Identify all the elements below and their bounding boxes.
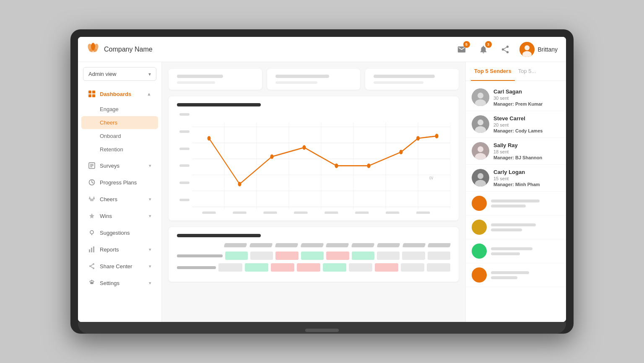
stat-card-1 (169, 69, 262, 90)
svg-rect-56 (355, 212, 369, 214)
header: Company Name 5 3 (78, 37, 566, 62)
svg-point-49 (416, 136, 420, 141)
blurred-sender-4 (466, 263, 566, 287)
svg-point-44 (270, 154, 273, 159)
mail-button[interactable]: 5 (454, 42, 469, 57)
blurred-avatar-3 (472, 244, 487, 259)
svg-point-43 (238, 182, 241, 187)
logo-icon (86, 41, 100, 57)
bell-badge: 3 (485, 41, 492, 48)
dashboards-icon (88, 90, 96, 98)
stat-cards-row (169, 69, 459, 90)
sidebar-item-settings[interactable]: Settings ▾ (81, 275, 158, 291)
svg-point-22 (93, 263, 94, 265)
sender-info-2: Steve Carrel 20 sent Manager: Cody Lames (493, 115, 560, 133)
surveys-chevron: ▾ (149, 163, 151, 169)
logo-area: Company Name (86, 41, 162, 57)
dropdown-arrow-icon: ▾ (148, 71, 151, 77)
sender-avatar-4 (472, 169, 489, 187)
main-layout: Admin view ▾ Dashboards ▲ Engage (78, 62, 566, 322)
svg-point-45 (302, 145, 306, 150)
share-center-icon (88, 262, 96, 270)
svg-rect-51 (202, 212, 216, 214)
sidebar-subitem-engage[interactable]: Engage (81, 103, 158, 116)
line-chart-svg: ov (177, 113, 450, 214)
settings-icon (88, 279, 96, 287)
user-menu[interactable]: Brittany (519, 42, 558, 57)
svg-point-48 (399, 150, 402, 154)
chart-title (177, 103, 261, 106)
tab-top5-senders[interactable]: Top 5 Senders (471, 62, 515, 81)
sidebar-item-cheers[interactable]: Cheers ▾ (81, 191, 158, 207)
blurred-avatar-4 (472, 267, 487, 283)
svg-rect-57 (386, 212, 399, 214)
sidebar-item-share-center[interactable]: Share Center ▾ (81, 258, 158, 274)
svg-rect-53 (263, 212, 277, 214)
blurred-lines-3 (491, 247, 560, 255)
sidebar-subitem-retention[interactable]: Retention (81, 143, 158, 156)
reports-chevron: ▾ (149, 247, 151, 252)
sidebar-item-reports[interactable]: Reports ▾ (81, 241, 158, 257)
sidebar-item-wins[interactable]: Wins ▾ (81, 208, 158, 224)
sender-name-3: Sally Ray (493, 142, 560, 148)
svg-point-61 (478, 93, 483, 99)
svg-point-17 (90, 231, 93, 234)
surveys-icon (88, 162, 96, 169)
svg-point-24 (93, 267, 94, 269)
table-title (177, 234, 261, 237)
sender-manager-1: Manager: Prem Kumar (493, 101, 560, 106)
user-name: Brittany (538, 46, 558, 53)
sender-item-3: Sally Ray 18 sent Manager: BJ Shannon (466, 138, 566, 165)
svg-point-64 (478, 119, 483, 125)
svg-rect-9 (88, 94, 91, 97)
sender-avatar-3 (472, 142, 489, 160)
sidebar: Admin view ▾ Dashboards ▲ Engage (78, 62, 162, 322)
cheers-icon (88, 195, 96, 203)
cheers-chevron: ▾ (149, 197, 151, 202)
wins-icon (88, 212, 96, 220)
sender-list: Carl Sagan 30 sent Manager: Prem Kumar (466, 81, 566, 290)
svg-rect-16 (90, 199, 93, 201)
svg-point-47 (367, 163, 370, 168)
svg-rect-54 (294, 212, 307, 214)
sender-item-2: Steve Carrel 20 sent Manager: Cody Lames (466, 111, 566, 138)
sender-manager-3: Manager: BJ Shannon (493, 155, 560, 160)
sender-info-1: Carl Sagan 30 sent Manager: Prem Kumar (493, 88, 560, 106)
table-row (177, 252, 450, 260)
line-chart-card: ov (169, 96, 459, 220)
tab-top5-other[interactable]: Top 5... (515, 62, 540, 81)
svg-rect-20 (91, 248, 92, 252)
notification-button[interactable] (498, 42, 513, 57)
svg-line-25 (91, 264, 93, 266)
sender-name-4: Carly Logan (493, 169, 560, 175)
sidebar-subitem-onboard[interactable]: Onboard (81, 130, 158, 143)
sidebar-item-progress-plans[interactable]: Progress Plans (81, 174, 158, 190)
sidebar-item-suggestions[interactable]: Suggestions (81, 225, 158, 241)
svg-rect-10 (92, 94, 95, 97)
blurred-sender-1 (466, 192, 566, 215)
bell-button[interactable]: 3 (476, 42, 491, 57)
company-name: Company Name (104, 46, 153, 53)
admin-view-dropdown[interactable]: Admin view ▾ (83, 67, 156, 81)
sender-avatar-2 (472, 115, 489, 133)
share-center-chevron: ▾ (149, 264, 151, 269)
svg-text:ov: ov (429, 175, 434, 181)
sidebar-item-dashboards[interactable]: Dashboards ▲ (81, 86, 158, 102)
svg-point-5 (525, 45, 530, 50)
svg-rect-55 (325, 212, 338, 214)
suggestions-icon (88, 229, 96, 236)
svg-point-67 (478, 146, 483, 152)
svg-point-3 (91, 43, 95, 50)
chart-area: ov (177, 113, 450, 214)
heatmap-card (169, 227, 459, 282)
blurred-lines-1 (491, 200, 560, 207)
sidebar-item-surveys[interactable]: Surveys ▾ (81, 158, 158, 174)
svg-rect-21 (93, 246, 94, 252)
reports-icon (88, 246, 96, 253)
settings-chevron: ▾ (149, 280, 151, 286)
stat-card-2 (267, 69, 361, 90)
svg-rect-52 (233, 212, 246, 214)
sender-info-3: Sally Ray 18 sent Manager: BJ Shannon (493, 142, 560, 160)
blurred-lines-4 (491, 271, 560, 279)
sidebar-subitem-cheers[interactable]: Cheers (81, 116, 158, 129)
